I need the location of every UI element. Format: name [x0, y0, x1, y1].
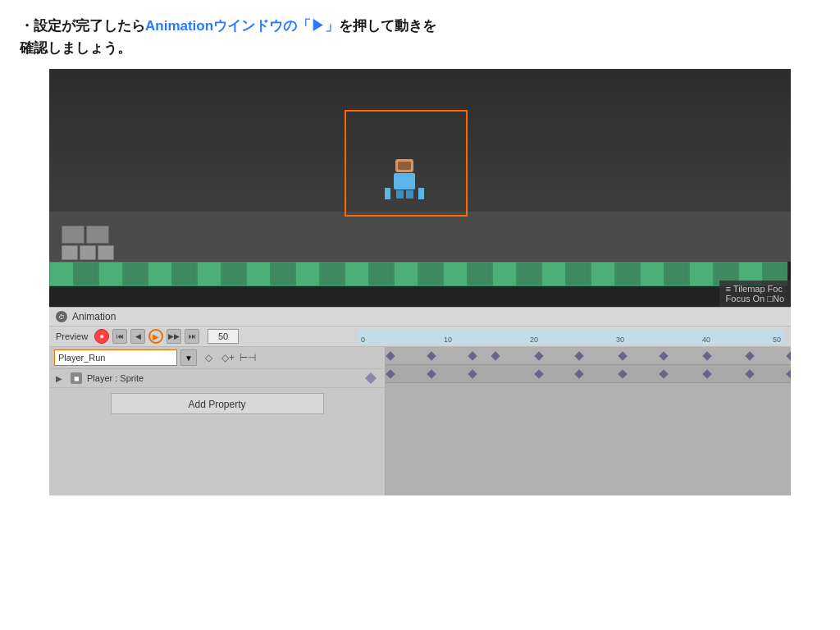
- instruction-highlight: Animationウインドウの「▶」: [145, 18, 339, 34]
- player-sprite-label: Player : Sprite: [87, 373, 144, 383]
- keyframe-marker: [574, 351, 583, 360]
- animation-header-label: Animation: [72, 311, 116, 322]
- tile: [394, 262, 418, 286]
- tile: [566, 262, 591, 286]
- tilemap-label-line2: Focus On □No: [726, 294, 784, 304]
- tile: [615, 262, 640, 286]
- play-button[interactable]: ▶: [148, 329, 163, 344]
- tile: [271, 262, 295, 286]
- tile: [74, 262, 98, 286]
- stone-block: [86, 226, 109, 244]
- tile: [123, 262, 148, 286]
- ruler-mark-0: 0: [361, 336, 365, 344]
- char-leg-right: [406, 190, 413, 199]
- ruler-mark-30: 30: [616, 336, 624, 344]
- tile: [664, 262, 689, 286]
- animation-header: ⏱ Animation: [49, 308, 791, 326]
- keyframe-marker: [534, 351, 543, 360]
- left-panel: ▼ ◇ ◇+ ⊢⊣ ▶ ◼ Player : Sprite Add Proper…: [49, 347, 386, 495]
- char-visor: [398, 162, 411, 170]
- instruction-after: を押して動きを: [339, 18, 436, 34]
- stone-block: [62, 226, 84, 244]
- ruler-mark-40: 40: [702, 336, 710, 344]
- add-property-button[interactable]: Add Property: [111, 393, 324, 414]
- ruler-mark-50: 50: [773, 336, 781, 344]
- player-character: [390, 159, 419, 202]
- clip-name-input[interactable]: [54, 349, 177, 366]
- keyframe-marker: [491, 351, 500, 360]
- char-arm-left: [385, 188, 390, 199]
- clip-row: ▼ ◇ ◇+ ⊢⊣: [49, 347, 385, 369]
- keyframe-add-btn[interactable]: ◇+: [220, 349, 236, 366]
- keyframe-marker: [702, 351, 711, 360]
- instruction-text: ・設定が完了したらAnimationウインドウの「▶」を押して動きを 確認しまし…: [0, 0, 840, 69]
- record-button[interactable]: ●: [94, 329, 109, 344]
- keyframe-marker: [534, 369, 543, 378]
- keyframe-diamond[interactable]: [365, 372, 377, 384]
- preview-label: Preview: [56, 331, 88, 341]
- char-arm-right: [418, 188, 424, 199]
- tile: [591, 262, 615, 286]
- keyframe-marker: [659, 369, 668, 378]
- stone-block: [62, 245, 78, 260]
- stone-blocks: [62, 226, 114, 262]
- ruler-mark-20: 20: [530, 336, 538, 344]
- preview-controls-row: Preview ● ⏮ ◀ ▶ ▶▶ ⏭ 0 10 20 30 40 50: [49, 326, 791, 347]
- instruction-line2: 確認しましょう。: [20, 40, 131, 56]
- tile: [98, 262, 123, 286]
- expand-icon[interactable]: ▶: [56, 374, 66, 383]
- timeline-panel: [386, 347, 791, 495]
- tile: [443, 262, 468, 286]
- ruler-mark-10: 10: [444, 336, 452, 344]
- keyframe-marker: [468, 351, 477, 360]
- frame-number-input[interactable]: [208, 329, 239, 344]
- tile: [246, 262, 271, 286]
- instruction-before: ・設定が完了したら: [20, 18, 145, 34]
- clip-dropdown[interactable]: ▼: [180, 349, 197, 366]
- tile: [689, 262, 714, 286]
- tile: [492, 262, 517, 286]
- keyframe-row-1: [386, 347, 791, 365]
- sprite-icon: ◼: [71, 372, 82, 384]
- tile: [148, 262, 172, 286]
- keyframe-marker: [745, 369, 754, 378]
- keyframe-marker: [618, 351, 627, 360]
- tile: [295, 262, 320, 286]
- tile: [418, 262, 443, 286]
- char-legs: [390, 190, 419, 199]
- keyframe-marker: [574, 369, 583, 378]
- tile: [517, 262, 541, 286]
- keyframe-marker: [659, 351, 668, 360]
- keyframe-marker: [386, 351, 395, 360]
- player-sprite-row: ▶ ◼ Player : Sprite: [49, 369, 385, 388]
- animation-content: ▼ ◇ ◇+ ⊢⊣ ▶ ◼ Player : Sprite Add Proper…: [49, 347, 791, 495]
- char-head: [395, 159, 413, 172]
- tile: [221, 262, 246, 286]
- keyframe-marker: [618, 369, 627, 378]
- frame-adjust-btn[interactable]: ⊢⊣: [240, 349, 256, 366]
- keyframe-marker: [427, 351, 436, 360]
- stone-block: [98, 245, 114, 260]
- tile: [369, 262, 394, 286]
- tile: [541, 262, 566, 286]
- tilemap-label: ≡ Tilemap Foc Focus On □No: [719, 281, 791, 307]
- game-preview: ≡ Tilemap Foc Focus On □No: [49, 69, 791, 307]
- tile: [345, 262, 369, 286]
- tile: [197, 262, 221, 286]
- step-end-button[interactable]: ⏭: [185, 329, 199, 344]
- keyframe-icon-btn[interactable]: ◇: [200, 349, 217, 366]
- keyframe-marker: [427, 369, 436, 378]
- game-scene: ≡ Tilemap Foc Focus On □No: [49, 69, 791, 307]
- step-start-button[interactable]: ⏮: [112, 329, 127, 344]
- tile: [640, 262, 664, 286]
- prev-frame-button[interactable]: ◀: [130, 329, 145, 344]
- char-leg-left: [396, 190, 404, 199]
- keyframe-row-2: [386, 365, 791, 383]
- tile: [49, 262, 74, 286]
- tile: [468, 262, 492, 286]
- tilemap-label-line1: ≡ Tilemap Foc: [726, 284, 784, 294]
- keyframe-marker: [786, 369, 791, 378]
- keyframe-marker: [702, 369, 711, 378]
- next-frame-button[interactable]: ▶▶: [167, 329, 181, 344]
- animation-icon: ⏱: [56, 311, 67, 322]
